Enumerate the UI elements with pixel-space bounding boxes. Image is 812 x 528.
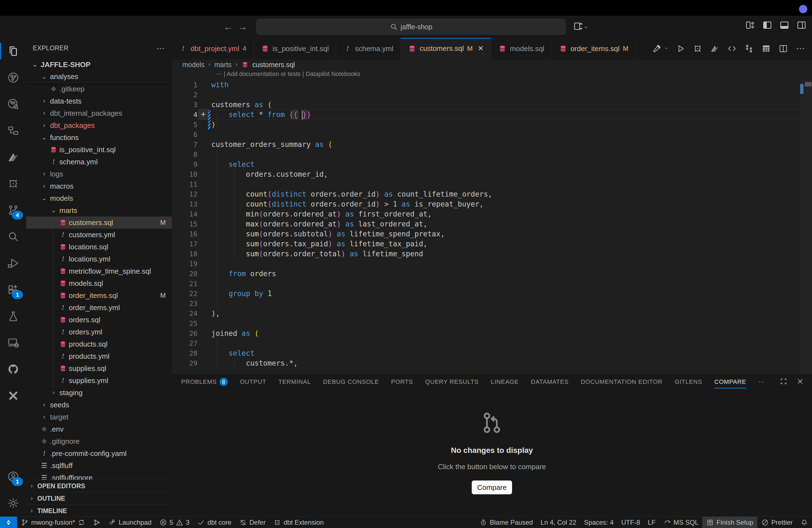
code-line-9[interactable]: 9 select: [172, 159, 812, 169]
query-results-table-icon[interactable]: [761, 44, 771, 54]
tree-item-marts[interactable]: ⌄marts: [26, 204, 172, 217]
scrollbar-thumb[interactable]: [805, 82, 811, 86]
panel-tab-ports[interactable]: PORTS: [391, 373, 413, 390]
tree-item-orders-sql[interactable]: orders.sql: [26, 314, 172, 326]
tree-item-locations-yml[interactable]: !locations.yml: [26, 253, 172, 265]
nav-forward-icon[interactable]: →: [235, 21, 250, 32]
compare-button[interactable]: Compare: [472, 481, 512, 494]
code-line-6[interactable]: 6: [172, 130, 812, 140]
tree-item-staging[interactable]: ›staging: [26, 386, 172, 399]
tree-item-data-tests[interactable]: ›data-tests: [26, 95, 172, 107]
tree-item-macros[interactable]: ›macros: [26, 180, 172, 192]
code-line-26[interactable]: 26joined as (: [172, 328, 812, 338]
breadcrumb-file[interactable]: customers.sql: [252, 61, 295, 69]
code-line-17[interactable]: 17 sum(orders.tax_paid) as lifetime_tax_…: [172, 239, 812, 249]
tree-item-functions[interactable]: ⌄functions: [26, 131, 172, 144]
tab-schema-yml[interactable]: !schema.yml: [336, 38, 401, 59]
tree-item-is-positive-int-sql[interactable]: is_positive_int.sql: [26, 144, 172, 156]
dbt-extension-item[interactable]: dbt Extension: [270, 517, 328, 528]
panel-tab-compare[interactable]: COMPARE: [714, 373, 746, 390]
tree-item--gitignore[interactable]: .gitignore: [26, 435, 172, 448]
section-outline[interactable]: ›OUTLINE: [26, 492, 172, 504]
defer-item[interactable]: Defer: [235, 517, 270, 528]
tree-item-products-yml[interactable]: !products.yml: [26, 350, 172, 362]
search-icon[interactable]: [0, 223, 26, 250]
toggle-panel-icon[interactable]: [779, 19, 790, 31]
tab-order-items-sql[interactable]: order_items.sqlM: [552, 38, 636, 59]
tab-dbt-project-yml[interactable]: !dbt_project.yml4: [172, 38, 254, 59]
query-history-icon[interactable]: [0, 91, 26, 117]
tree-item-customers-yml[interactable]: !customers.yml: [26, 229, 172, 241]
panel-tab-debug-console[interactable]: DEBUG CONSOLE: [323, 373, 379, 390]
section-open-editors[interactable]: ›OPEN EDITORS: [26, 480, 172, 492]
eol[interactable]: LF: [644, 517, 659, 528]
tree-item-models-sql[interactable]: models.sql: [26, 277, 172, 289]
run-file-icon[interactable]: [676, 44, 685, 54]
build-hammer-icon[interactable]: [652, 44, 662, 54]
panel-tab-output[interactable]: OUTPUT: [240, 373, 266, 390]
panel-tab-problems[interactable]: PROBLEMS8: [181, 373, 228, 390]
tree-item-schema-yml[interactable]: !schema.yml: [26, 156, 172, 168]
code-line-14[interactable]: 14 min(orders.ordered_at) as first_order…: [172, 209, 812, 219]
code-line-5[interactable]: 5): [172, 120, 812, 130]
tree-item-analyses[interactable]: ⌄analyses: [26, 71, 172, 83]
tree-item-locations-sql[interactable]: locations.sql: [26, 241, 172, 253]
blame-item[interactable]: Blame Paused: [476, 517, 537, 528]
language-mode[interactable]: MS SQL: [659, 517, 702, 528]
tree-item-products-sql[interactable]: products.sql: [26, 338, 172, 350]
panel-tab-datamates[interactable]: DATAMATES: [531, 373, 569, 390]
maximize-panel-icon[interactable]: [779, 377, 788, 386]
tree-item--sqlfluffignore[interactable]: ☰.sqlfluffignore: [26, 472, 172, 480]
tree-item-models[interactable]: ⌄models: [26, 192, 172, 204]
tree-item-seeds[interactable]: ›seeds: [26, 399, 172, 411]
code-line-19[interactable]: 19: [172, 259, 812, 269]
explorer-icon[interactable]: [0, 38, 26, 64]
run-debug-icon[interactable]: [0, 250, 26, 276]
tab-customers-sql[interactable]: customers.sqlM✕: [401, 38, 491, 59]
split-editor-icon[interactable]: [778, 44, 788, 54]
settings-gear-icon[interactable]: [0, 490, 26, 516]
breadcrumb-item[interactable]: marts: [214, 61, 232, 69]
code-line-1[interactable]: 1with: [172, 80, 812, 90]
code-line-25[interactable]: 25: [172, 318, 812, 328]
toggle-primary-sidebar-icon[interactable]: [762, 19, 773, 31]
tree-item-orders-yml[interactable]: !orders.yml: [26, 326, 172, 338]
launchpad-item[interactable]: Launchpad: [105, 517, 156, 528]
code-line-2[interactable]: 2: [172, 90, 812, 100]
code-line-18[interactable]: 18 sum(orders.order_total) as lifetime_s…: [172, 249, 812, 259]
remote-explorer-icon[interactable]: [0, 329, 26, 356]
tree-item-logs[interactable]: ›logs: [26, 168, 172, 180]
code-line-24[interactable]: 24),: [172, 308, 812, 318]
code-line-7[interactable]: 7customer_orders_summary as (: [172, 140, 812, 149]
indentation[interactable]: Spaces: 4: [580, 517, 618, 528]
prettier-item[interactable]: Prettier: [757, 517, 797, 528]
code-line-12[interactable]: 12 count(distinct orders.order_id) as co…: [172, 189, 812, 199]
code-line-28[interactable]: 28 select: [172, 348, 812, 358]
tree-item--sqlfluff[interactable]: ☰.sqlfluff: [26, 459, 172, 472]
code-line-4[interactable]: 4 select * from {{ }}: [172, 109, 812, 120]
more-actions-icon[interactable]: [795, 44, 806, 54]
tree-item-metricflow-time-spine-sql[interactable]: metricflow_time_spine.sql: [26, 265, 172, 277]
extensions-icon[interactable]: 1: [0, 276, 26, 303]
code-line-8[interactable]: 8: [172, 149, 812, 159]
tree-item-customers-sql[interactable]: customers.sqlM: [26, 217, 172, 229]
toggle-secondary-sidebar-icon[interactable]: [796, 19, 807, 31]
testing-beaker-icon[interactable]: [0, 303, 26, 329]
code-area[interactable]: 1with23customers as (4 select * from {{ …: [172, 80, 812, 373]
dbt-x-icon[interactable]: [0, 382, 26, 409]
code-line-13[interactable]: 13 count(distinct orders.order_id) > 1 a…: [172, 199, 812, 209]
code-line-3[interactable]: 3customers as (: [172, 100, 812, 109]
code-line-11[interactable]: 11: [172, 179, 812, 189]
tree-item--pre-commit-config-yaml[interactable]: !.pre-commit-config.yaml: [26, 448, 172, 459]
close-panel-icon[interactable]: [796, 377, 804, 386]
dbt-logo-action-icon[interactable]: [710, 44, 720, 54]
tree-item-jaffle-shop[interactable]: ⌄JAFFLE-SHOP: [26, 59, 172, 71]
close-icon[interactable]: ✕: [478, 44, 484, 53]
breadcrumb[interactable]: models›marts›customers.sql: [172, 59, 812, 70]
tree-item-order-items-yml[interactable]: !order_items.yml: [26, 302, 172, 314]
finish-setup[interactable]: Finish Setup: [702, 517, 757, 528]
tree-item-order-items-sql[interactable]: order_items.sqlM: [26, 289, 172, 302]
compare-changes-icon[interactable]: [744, 44, 754, 54]
explorer-more-actions-icon[interactable]: ⋯: [156, 43, 165, 53]
tab-models-sql[interactable]: models.sql: [491, 38, 552, 59]
